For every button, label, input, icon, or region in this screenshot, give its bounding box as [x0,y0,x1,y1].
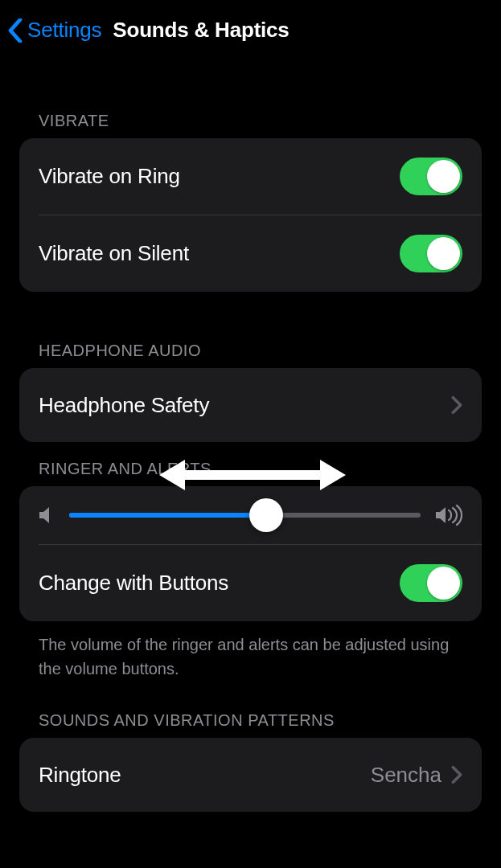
section-header-sounds: SOUNDS AND VIBRATION PATTERNS [0,711,501,738]
navbar: Settings Sounds & Haptics [0,0,501,60]
row-ringtone[interactable]: Ringtone Sencha [19,738,482,812]
chevron-right-icon [451,395,462,416]
row-change-with-buttons[interactable]: Change with Buttons [19,545,482,621]
section-header-vibrate: VIBRATE [0,112,501,138]
group-headphone: Headphone Safety [19,368,482,442]
row-vibrate-ring[interactable]: Vibrate on Ring [19,138,482,215]
volume-slider[interactable] [69,513,421,518]
row-headphone-safety[interactable]: Headphone Safety [19,368,482,442]
toggle-change-with-buttons[interactable] [400,564,462,602]
volume-high-icon [435,504,462,526]
row-vibrate-silent[interactable]: Vibrate on Silent [19,215,482,292]
chevron-left-icon [6,18,24,43]
toggle-vibrate-ring[interactable] [400,158,462,195]
section-header-ringer: RINGER AND ALERTS [0,460,501,486]
slider-thumb[interactable] [249,498,283,532]
group-sounds: Ringtone Sencha [19,738,482,812]
group-ringer: Change with Buttons [19,486,482,621]
row-label: Change with Buttons [39,571,228,596]
row-label: Ringtone [39,763,121,788]
section-header-headphone: HEADPHONE AUDIO [0,342,501,368]
row-label: Vibrate on Ring [39,164,180,189]
back-button[interactable]: Settings [6,18,101,43]
back-label: Settings [27,18,101,43]
row-volume-slider [19,486,482,544]
row-value: Sencha [371,763,462,788]
row-label: Vibrate on Silent [39,241,189,266]
volume-low-icon [39,505,55,526]
ringtone-value: Sencha [371,763,441,788]
section-footer-ringer: The volume of the ringer and alerts can … [0,621,501,681]
page-title: Sounds & Haptics [113,18,289,43]
chevron-right-icon [451,764,462,785]
toggle-vibrate-silent[interactable] [400,235,462,272]
group-vibrate: Vibrate on Ring Vibrate on Silent [19,138,482,292]
row-label: Headphone Safety [39,393,209,418]
slider-fill [69,513,266,518]
